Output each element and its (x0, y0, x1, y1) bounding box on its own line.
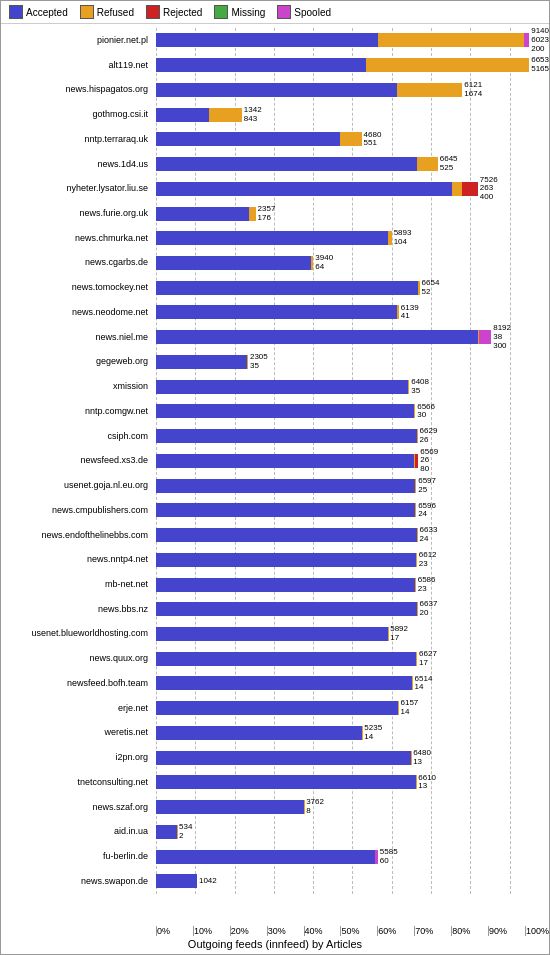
bar-segment (249, 207, 256, 221)
bar-value-label: 662926 (420, 427, 438, 445)
bar-row: 661223 (156, 550, 549, 570)
bar-segment (416, 775, 417, 789)
bar-value-label: 819238300 (493, 324, 511, 350)
y-label: tnetconsulting.net (1, 772, 152, 792)
bar-value-label: 66535165 (531, 56, 549, 74)
bar-value-label: 5342 (179, 823, 192, 841)
bar-value-label: 37628 (306, 798, 324, 816)
bar-row: 2357176 (156, 204, 549, 224)
y-label: usenet.blueworldhosting.com (1, 624, 152, 644)
legend-missing-label: Missing (231, 7, 265, 18)
bar-segment (415, 479, 416, 493)
bar-segment (156, 108, 209, 122)
bar-row: 589217 (156, 624, 549, 644)
bar-row: 1042 (156, 871, 549, 891)
bar-row: 659624 (156, 500, 549, 520)
bar-segment (412, 676, 413, 690)
legend-refused: Refused (80, 5, 134, 19)
bar-row: 662717 (156, 649, 549, 669)
legend-refused-box (80, 5, 94, 19)
bar-row: 613941 (156, 302, 549, 322)
legend-rejected-label: Rejected (163, 7, 202, 18)
bars-area: 9140602320066535165612116741342843468055… (156, 28, 549, 894)
bar-segment (452, 182, 462, 196)
y-label: news.furie.org.uk (1, 204, 152, 224)
legend: Accepted Refused Rejected Missing Spoole… (1, 1, 549, 24)
bar-segment (156, 751, 411, 765)
bar-row: 523514 (156, 723, 549, 743)
y-label: nyheter.lysator.liu.se (1, 179, 152, 199)
bar-segment (417, 157, 438, 171)
y-label: news.swapon.de (1, 871, 152, 891)
bar-row: 658623 (156, 575, 549, 595)
bar-value-label: 61211674 (464, 81, 482, 99)
bar-segment (415, 454, 418, 468)
bar-segment (156, 528, 417, 542)
bar-segment (156, 676, 412, 690)
bar-row: 5342 (156, 822, 549, 842)
bar-segment (397, 305, 399, 319)
bar-segment (156, 602, 417, 616)
bar-row: 6645525 (156, 154, 549, 174)
y-labels: pionier.net.plalt119.netnews.hispagatos.… (1, 28, 156, 894)
bar-value-label: 558560 (380, 848, 398, 866)
x-tick: 50% (340, 926, 377, 936)
chart-container: Accepted Refused Rejected Missing Spoole… (0, 0, 550, 955)
bar-segment (156, 58, 366, 72)
bar-segment (156, 231, 388, 245)
bar-segment (524, 33, 529, 47)
bar-segment (416, 652, 417, 666)
y-label: alt119.net (1, 55, 152, 75)
y-label: pionier.net.pl (1, 30, 152, 50)
bar-row: 91406023200 (156, 30, 549, 50)
bar-value-label: 7526263400 (480, 176, 498, 202)
bar-segment (156, 701, 398, 715)
bar-row: 651414 (156, 673, 549, 693)
x-tick: 70% (414, 926, 451, 936)
bar-row: 665452 (156, 278, 549, 298)
bar-segment (398, 701, 399, 715)
bar-row: 66535165 (156, 55, 549, 75)
bar-value-label: 613941 (401, 304, 419, 322)
bar-value-label: 665452 (422, 279, 440, 297)
legend-rejected-box (146, 5, 160, 19)
bar-value-label: 6645525 (440, 155, 458, 173)
bar-value-label: 656630 (417, 403, 435, 421)
bar-row: 819238300 (156, 327, 549, 347)
bar-row: 663324 (156, 525, 549, 545)
bar-segment (156, 825, 177, 839)
bar-value-label: 648013 (413, 749, 431, 767)
legend-accepted-box (9, 5, 23, 19)
bar-segment (397, 83, 463, 97)
y-label: news.cgarbs.de (1, 253, 152, 273)
bar-segment (156, 182, 452, 196)
bar-segment (340, 132, 362, 146)
bar-value-label: 1042 (199, 877, 217, 886)
bar-segment (156, 83, 397, 97)
y-label: csiph.com (1, 426, 152, 446)
bar-row: 394064 (156, 253, 549, 273)
legend-rejected: Rejected (146, 5, 202, 19)
bar-segment (156, 157, 417, 171)
bar-segment (156, 355, 247, 369)
legend-refused-label: Refused (97, 7, 134, 18)
bar-row: 640835 (156, 377, 549, 397)
bar-row: 558560 (156, 847, 549, 867)
bar-value-label: 658623 (418, 576, 436, 594)
bar-segment (418, 281, 420, 295)
y-label: news.endofthelinebbs.com (1, 525, 152, 545)
bar-segment (156, 380, 408, 394)
y-label: news.1d4.us (1, 154, 152, 174)
bar-segment (156, 850, 375, 864)
y-label: newsfeed.bofh.team (1, 673, 152, 693)
bar-value-label: 4680551 (364, 131, 382, 149)
bar-segment (311, 256, 314, 270)
y-label: mb-net.net (1, 575, 152, 595)
x-tick: 30% (267, 926, 304, 936)
bar-row: 1342843 (156, 105, 549, 125)
bar-value-label: 662717 (419, 650, 437, 668)
x-tick: 40% (304, 926, 341, 936)
y-label: erje.net (1, 698, 152, 718)
bar-row: 61211674 (156, 80, 549, 100)
bar-value-label: 5893104 (394, 229, 412, 247)
